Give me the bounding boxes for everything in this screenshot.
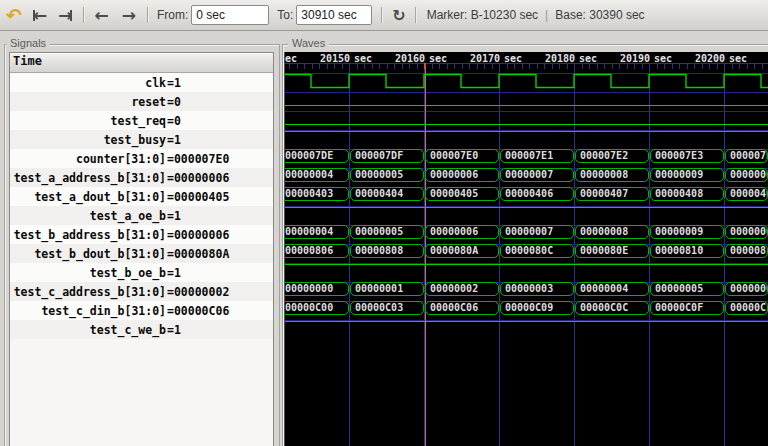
timeline-tick — [619, 64, 620, 69]
time-header[interactable]: Time — [10, 53, 273, 73]
bus-segment: 000007E3 — [650, 149, 724, 163]
bus-segment: 00000C09 — [500, 301, 574, 315]
bus-segment: 0000080E — [575, 244, 649, 258]
timeline-tick — [642, 64, 643, 69]
bus-segment: 00000005 — [350, 168, 424, 182]
bus-segment: 000007E2 — [575, 149, 649, 163]
signal-name: test_a_oe_b — [10, 209, 166, 223]
signal-value: =00000405 — [166, 190, 229, 204]
timeline-tick — [394, 64, 395, 69]
bus-segment: 00000C0F — [650, 301, 724, 315]
signal-list: Time clk=1reset=0test_req=0test_busy=1co… — [9, 52, 274, 446]
bus-segment: 00000403 — [284, 187, 349, 201]
timeline-tick — [627, 64, 628, 69]
signal-row[interactable]: test_c_din_b[31:0]=00000C06 — [10, 301, 273, 320]
bus-segment: 00000006 — [425, 168, 499, 182]
signal-name: test_c_we_b — [10, 323, 166, 337]
signal-value: =00000006 — [166, 228, 229, 242]
signal-row[interactable]: test_b_dout_b[31:0]=0000080A — [10, 244, 273, 263]
signal-name: reset — [10, 95, 166, 109]
timeline-tick — [537, 64, 538, 69]
timeline-tick — [604, 64, 605, 69]
timeline-tick — [379, 64, 380, 69]
forward-icon[interactable]: → — [122, 5, 136, 25]
status-divider: | — [545, 8, 548, 22]
timeline-tick — [409, 64, 410, 69]
signal-name: test_c_din_b[31:0] — [10, 304, 166, 318]
bus-segment: 00000C00 — [284, 301, 349, 315]
timeline-tick — [507, 64, 508, 69]
timeline-tick-unit: sec — [654, 53, 672, 64]
signal-row[interactable]: test_b_oe_b=1 — [10, 263, 273, 282]
timeline-tick — [417, 64, 418, 69]
signal-value: =1 — [166, 266, 181, 280]
timeline-tick — [522, 64, 523, 69]
timeline-tick — [754, 64, 755, 69]
signal-row[interactable]: test_busy=1 — [10, 130, 273, 149]
reload-icon[interactable]: ↻ — [392, 6, 405, 25]
timeline-tick — [492, 64, 493, 69]
signal-row[interactable]: test_b_address_b[31:0]=00000006 — [10, 225, 273, 244]
undo-zoom-icon[interactable]: ↶ — [6, 4, 22, 26]
from-input[interactable] — [191, 5, 269, 25]
timeline-tick — [709, 64, 710, 69]
signal-row[interactable]: test_a_dout_b[31:0]=00000405 — [10, 187, 273, 206]
signal-row[interactable]: test_c_address_b[31:0]=00000002 — [10, 282, 273, 301]
bus-segment: 00000004 — [284, 168, 349, 182]
timeline-tick — [567, 64, 568, 69]
bus-segment: 00000009 — [650, 225, 724, 239]
bus-segment: 00000C0C — [575, 301, 649, 315]
signal-row[interactable]: test_a_address_b[31:0]=00000006 — [10, 168, 273, 187]
row-baseline — [285, 111, 768, 112]
signals-frame-label: Signals — [6, 37, 50, 49]
signal-wave-high — [285, 264, 768, 265]
timeline-tick — [559, 64, 560, 69]
timeline-tick-unit: sec — [284, 53, 297, 64]
timeline-tick — [552, 64, 553, 69]
to-label: To: — [277, 8, 293, 22]
signal-row[interactable]: reset=0 — [10, 92, 273, 111]
go-to-end-icon[interactable]: → — [58, 5, 72, 25]
timeline-tick — [304, 64, 305, 69]
signal-row[interactable]: test_req=0 — [10, 111, 273, 130]
bus-segment: 00000408 — [650, 187, 724, 201]
signal-value: =0 — [166, 95, 181, 109]
signal-value: =1 — [166, 133, 181, 147]
bus-segment: 00000C12 — [725, 301, 768, 315]
bus-segment: 000007DE — [284, 149, 349, 163]
signal-value: =1 — [166, 76, 181, 90]
timeline-tick — [529, 64, 530, 69]
bus-segment: 00000008 — [575, 168, 649, 182]
timeline-tick-label: 20190 — [620, 53, 650, 64]
timeline-tick — [439, 64, 440, 69]
bus-segment: 00000806 — [284, 244, 349, 258]
wave-canvas[interactable]: 20140sec20150sec20160sec20170sec20180sec… — [284, 52, 768, 446]
signal-rows: clk=1reset=0test_req=0test_busy=1counter… — [10, 73, 273, 339]
toolbar-separator — [147, 7, 149, 23]
signal-row[interactable]: test_a_oe_b=1 — [10, 206, 273, 225]
bus-segment: 00000004 — [575, 282, 649, 296]
signal-wave-low — [285, 124, 768, 125]
back-icon[interactable]: ← — [94, 5, 108, 25]
bus-segment: 0000080A — [425, 244, 499, 258]
bus-segment: 0000080C — [500, 244, 574, 258]
go-to-start-icon[interactable]: ← — [33, 5, 47, 25]
signal-row[interactable]: clk=1 — [10, 73, 273, 92]
signal-name: test_b_dout_b[31:0] — [10, 247, 166, 261]
timeline-tick — [357, 64, 358, 69]
signal-name: test_b_address_b[31:0] — [10, 228, 166, 242]
timeline-tick-unit: sec — [429, 53, 447, 64]
timeline-tick — [544, 64, 545, 69]
timeline-tick — [589, 64, 590, 69]
signal-row[interactable]: test_c_we_b=1 — [10, 320, 273, 339]
signal-wave-high — [285, 207, 768, 208]
signal-wave-high — [285, 131, 768, 132]
timeline-tick — [297, 64, 298, 69]
timeline-tick — [747, 64, 748, 69]
timeline-tick — [514, 64, 515, 69]
bus-segment: 0000000A — [725, 225, 768, 239]
signal-name: counter[31:0] — [10, 152, 166, 166]
to-input[interactable] — [296, 5, 372, 25]
signal-row[interactable]: counter[31:0]=000007E0 — [10, 149, 273, 168]
bus-segment: 000007E4 — [725, 149, 768, 163]
